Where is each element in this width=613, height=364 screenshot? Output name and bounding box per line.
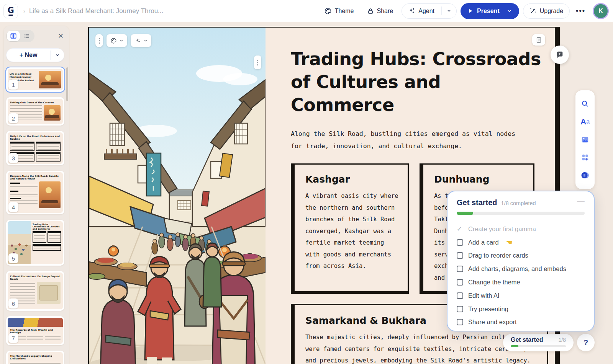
search-icon [581, 100, 589, 108]
add-comment-button[interactable] [551, 46, 569, 64]
image-button[interactable] [581, 135, 589, 144]
card-number: 3 [8, 153, 18, 163]
pointing-hand-icon: ☚ [506, 238, 513, 247]
new-card-button[interactable]: + New [6, 48, 64, 62]
minimize-icon[interactable]: — [577, 198, 585, 203]
chevron-down-icon [119, 38, 124, 43]
slide-intro[interactable]: Along the Silk Road, bustling cities eme… [291, 128, 528, 152]
sparkles-icon [408, 7, 415, 15]
blocks-plus-icon [581, 153, 589, 162]
card-thumbnail-4[interactable]: Dangers Along the Silk Road: Bandits and… [6, 171, 64, 214]
upgrade-label: Upgrade [540, 8, 563, 15]
slide-title[interactable]: Trading Hubs: Crossroads of Cultures and… [291, 48, 548, 116]
agent-label: Agent [418, 8, 434, 15]
checkbox[interactable] [457, 266, 463, 272]
top-bar: G › Life as a Silk Road Merchant: Journe… [0, 0, 613, 22]
sparkles-icon [134, 38, 141, 44]
get-started-pill-progress [511, 345, 566, 347]
block-drag-handle[interactable] [254, 55, 261, 69]
card-thumbnail-3[interactable]: Daily Life on the Road: Endurance and Ro… [6, 131, 64, 165]
theme-icon [580, 171, 590, 180]
card-color-button[interactable] [107, 34, 127, 47]
agent-button-group: Agent [402, 3, 457, 19]
card-thumbnail-7[interactable]: The Rewards of Risk: Wealth and Prestige… [6, 316, 64, 345]
slide-illustration[interactable] [89, 28, 266, 364]
card-thumbnail-1[interactable]: Life as a Silk Road Merchant: Journey Th… [6, 67, 64, 92]
palette-icon [110, 38, 117, 44]
new-label: New [25, 52, 37, 58]
thumb-image [39, 181, 61, 208]
get-started-pill[interactable]: Get started 1/8 [503, 334, 574, 351]
card-thumbnail-2[interactable]: Setting Out: Dawn of the Caravan 2 [6, 97, 64, 126]
checkbox[interactable] [457, 239, 463, 246]
kashgar-body: A vibrant oasis city where the northern … [305, 190, 398, 272]
card-number: 5 [8, 253, 18, 263]
chevron-down-icon [446, 8, 452, 13]
get-started-progress-bar [457, 212, 585, 215]
text-style-button[interactable]: Aa [580, 117, 590, 126]
kashgar-box[interactable]: Kashgar A vibrant oasis city where the n… [291, 163, 409, 294]
card-list-sidebar: ✕ + New Life as a Silk Road Merchant: Jo… [4, 26, 69, 364]
get-started-checklist: ✓Create your first gamma Add a card☚ Dra… [457, 222, 585, 329]
checklist-item-theme[interactable]: Change the theme [457, 276, 585, 289]
checklist-item-share[interactable]: Share and export [457, 316, 585, 329]
chevron-down-icon [55, 52, 60, 58]
card-thumbnail-6[interactable]: Cultural Encounters: Exchange Beyond Goo… [6, 271, 64, 311]
list-view-button[interactable] [20, 31, 33, 41]
card-thumbnails: Life as a Silk Road Merchant: Journey Th… [6, 67, 64, 364]
insert-toolbar: Aa [575, 90, 595, 189]
blocks-button[interactable] [581, 153, 589, 162]
share-button[interactable]: Share [362, 5, 398, 18]
close-sidebar-button[interactable]: ✕ [58, 33, 64, 39]
plus-icon: + [20, 52, 23, 58]
card-options-button[interactable] [95, 34, 103, 47]
image-icon [581, 135, 589, 144]
checkbox[interactable] [457, 252, 463, 259]
present-button[interactable]: Present [461, 3, 519, 19]
checklist-item-add-card[interactable]: Add a card☚ [457, 236, 585, 249]
share-label: Share [377, 8, 393, 15]
checklist-item-presenting[interactable]: Try presenting [457, 302, 585, 316]
notes-icon [536, 37, 542, 43]
checklist-item-create-gamma[interactable]: ✓Create your first gamma [457, 222, 585, 236]
document-title[interactable]: Life as a Silk Road Merchant: Journey Th… [29, 7, 163, 15]
more-menu-button[interactable]: ••• [574, 7, 588, 15]
palette-icon [324, 7, 332, 15]
theme-button[interactable]: Theme [320, 4, 359, 18]
dunhuang-title: Dunhuang [434, 174, 524, 185]
thumb-image [39, 71, 61, 88]
view-toggle [6, 30, 34, 42]
checkbox[interactable] [457, 279, 463, 286]
list-icon [23, 33, 30, 39]
card-thumbnail-5[interactable]: Trading Hubs: Crossroads of Cultures and… [6, 220, 64, 266]
avatar[interactable]: K [594, 4, 608, 18]
upgrade-button[interactable]: Upgrade [523, 3, 570, 19]
chevron-down-icon [506, 8, 512, 14]
checklist-item-charts[interactable]: Add charts, diagrams, and embeds [457, 262, 585, 276]
help-button[interactable]: ? [577, 334, 595, 351]
card-number: 4 [8, 202, 18, 212]
new-card-dropdown-button[interactable] [50, 51, 64, 60]
filmstrip-view-button[interactable] [7, 31, 20, 41]
get-started-popup: Get started 1/8 completed — ✓Create your… [447, 191, 595, 331]
agent-dropdown-button[interactable] [441, 7, 456, 15]
checklist-item-edit-ai[interactable]: Edit with AI [457, 289, 585, 302]
gamma-logo[interactable]: G [3, 4, 18, 18]
checkbox[interactable] [457, 306, 463, 312]
sidebar-scrollbar[interactable] [66, 67, 68, 101]
card-ai-button[interactable] [131, 34, 151, 47]
checkbox[interactable] [457, 292, 463, 299]
theme-button-palette[interactable] [580, 171, 590, 180]
checkbox[interactable] [457, 319, 463, 325]
present-label: Present [477, 8, 500, 15]
card-thumbnail-8[interactable]: The Merchant's Legacy: Shaping Civilizat… [6, 351, 64, 364]
chevron-down-icon [143, 38, 148, 43]
search-button[interactable] [581, 100, 589, 108]
card-notes-button[interactable] [532, 34, 545, 46]
samarkand-body: These majestic cities, deeply influenced… [305, 331, 536, 364]
checklist-item-reorder[interactable]: Drag to reorder cards [457, 249, 585, 263]
breadcrumb-chevron-icon: › [23, 8, 25, 14]
agent-button[interactable]: Agent [402, 4, 438, 18]
kashgar-title: Kashgar [305, 174, 398, 185]
filmstrip-icon [10, 33, 17, 39]
